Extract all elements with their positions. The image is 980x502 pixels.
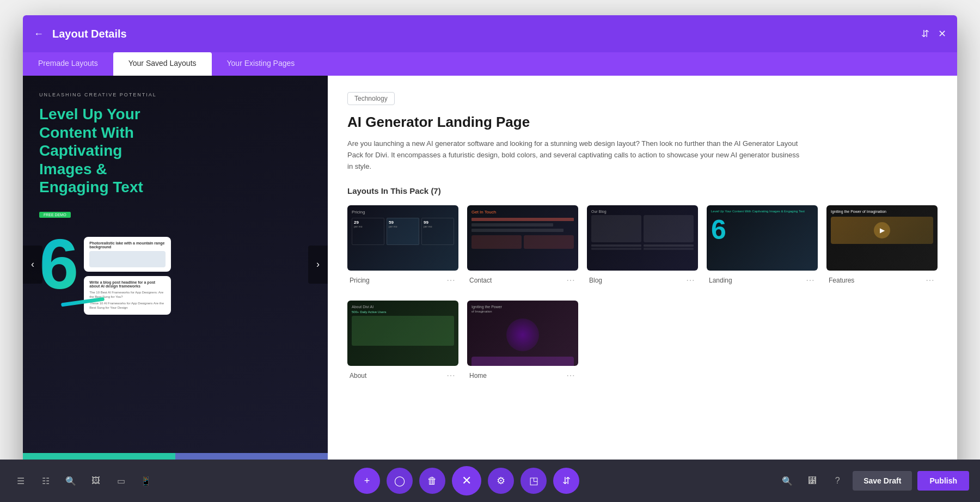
help-icon[interactable]: ?: [828, 471, 847, 491]
chat-box-image: [89, 251, 166, 267]
layout-item-contact: Get In Touch: [467, 205, 578, 290]
layout-footer-about: About ⋯: [347, 366, 458, 385]
layout-label-home: Home: [469, 372, 487, 379]
save-draft-button[interactable]: Save Draft: [853, 471, 912, 491]
layout-label-pricing: Pricing: [350, 277, 370, 284]
layout-details-modal: ← Layout Details ⇵ ✕ Premade Layouts You…: [23, 15, 957, 483]
layout-footer-contact: Contact ⋯: [467, 271, 578, 290]
preview-tag: UNLEASHING CREATIVE POTENTIAL: [39, 92, 157, 97]
content-panel: Technology AI Generator Landing Page Are…: [328, 76, 957, 483]
modal-header: ← Layout Details ⇵ ✕: [23, 15, 957, 52]
desktop-icon[interactable]: 🖼: [86, 471, 106, 491]
layout-label-landing: Landing: [709, 277, 732, 284]
preview-prev-arrow[interactable]: ‹: [23, 246, 42, 284]
preview-image: ‹ › UNLEASHING CREATIVE POTENTIAL Level …: [23, 76, 328, 453]
modal-title: Layout Details: [52, 28, 915, 40]
layout-menu-home[interactable]: ⋯: [566, 370, 576, 381]
publish-button[interactable]: Publish: [917, 471, 969, 491]
layout-item-pricing: Pricing 29 per mo 59 per mo: [347, 205, 458, 290]
layouts-grid-row2: About Divi AI 500+ Daily Active Users Ab…: [347, 301, 938, 385]
back-button[interactable]: ←: [34, 28, 44, 40]
layout-item-landing: Level Up Your Content With Captivating I…: [707, 205, 818, 290]
layout-menu-pricing[interactable]: ⋯: [446, 275, 456, 285]
layout-thumb-contact[interactable]: Get In Touch: [467, 205, 578, 271]
layouts-grid-row1: Pricing 29 per mo 59 per mo: [347, 205, 938, 290]
pack-title: AI Generator Landing Page: [347, 114, 938, 131]
close-icon[interactable]: ✕: [938, 28, 946, 40]
layout-menu-blog[interactable]: ⋯: [686, 275, 696, 285]
tab-premade-layouts[interactable]: Premade Layouts: [23, 52, 113, 76]
grid-empty-3: [826, 301, 938, 385]
modal-body: ‹ › UNLEASHING CREATIVE POTENTIAL Level …: [23, 76, 957, 483]
category-badge: Technology: [347, 92, 395, 105]
preview-body: 6 Photorealistic lake with a mountain ra…: [39, 229, 311, 315]
layouts-header: Layouts In This Pack (7): [347, 186, 938, 195]
layout-item-about: About Divi AI 500+ Daily Active Users Ab…: [347, 301, 458, 385]
layout-thumb-home[interactable]: Igniting the Power of Imagination: [467, 301, 578, 366]
add-element-button[interactable]: +: [354, 468, 380, 494]
arrange-button[interactable]: ⇵: [553, 468, 579, 494]
preview-next-arrow[interactable]: ›: [308, 246, 328, 284]
preview-big-number: 6: [39, 229, 78, 315]
zoom-icon[interactable]: 🔍: [777, 471, 797, 491]
free-demo-badge: FREE DEMO: [39, 212, 71, 218]
layout-menu-features[interactable]: ⋯: [926, 275, 935, 285]
pack-description: Are you launching a new AI generator sof…: [347, 138, 805, 172]
layout-footer-landing: Landing ⋯: [707, 271, 818, 290]
layout-label-blog: Blog: [589, 277, 602, 284]
tab-saved-layouts[interactable]: Your Saved Layouts: [113, 52, 212, 76]
toolbar-right-section: 🔍 ⹱ ? Save Draft Publish: [777, 471, 969, 491]
power-button[interactable]: ◯: [387, 468, 413, 494]
preview-content: UNLEASHING CREATIVE POTENTIAL Level Up Y…: [23, 76, 328, 453]
layout-item-features: Igniting the Power of Imagination ▶ Feat…: [826, 205, 938, 290]
layout-menu-landing[interactable]: ⋯: [806, 275, 816, 285]
mobile-icon[interactable]: 📱: [136, 471, 156, 491]
bottom-toolbar: ☰ ☷ 🔍 🖼 ▭ 📱 + ◯ 🗑 ✕ ⚙ ◳ ⇵ 🔍 ⹱ ? Save Dra…: [0, 460, 980, 502]
tabs-bar: Premade Layouts Your Saved Layouts Your …: [23, 52, 957, 76]
layout-label-features: Features: [829, 277, 854, 284]
chat-box-1: Photorealistic lake with a mountain rang…: [84, 237, 171, 272]
preview-headline: Level Up Your Content With Captivating I…: [39, 105, 170, 197]
modal-header-actions: ⇵ ✕: [921, 28, 946, 40]
preview-chat-boxes: Photorealistic lake with a mountain rang…: [84, 237, 171, 315]
grid-empty-2: [707, 301, 818, 385]
search-icon[interactable]: 🔍: [61, 471, 81, 491]
layout-thumb-blog[interactable]: Our Blog: [587, 205, 698, 271]
layout-thumb-landing[interactable]: Level Up Your Content With Captivating I…: [707, 205, 818, 271]
toolbar-center-section: + ◯ 🗑 ✕ ⚙ ◳ ⇵: [156, 466, 777, 495]
hamburger-icon[interactable]: ☰: [11, 471, 30, 491]
layout-footer-features: Features ⋯: [826, 271, 938, 290]
layout-footer-home: Home ⋯: [467, 366, 578, 385]
layout-label-about: About: [350, 372, 366, 379]
layout-thumb-pricing[interactable]: Pricing 29 per mo 59 per mo: [347, 205, 458, 271]
layout-item-home: Igniting the Power of Imagination Home ⋯: [467, 301, 578, 385]
layers-icon[interactable]: ⹱: [803, 471, 822, 491]
trash-button[interactable]: 🗑: [419, 468, 445, 494]
chat-box-2: Write a blog post headline for a post ab…: [84, 276, 171, 315]
layout-footer-blog: Blog ⋯: [587, 271, 698, 290]
layout-thumb-about[interactable]: About Divi AI 500+ Daily Active Users: [347, 301, 458, 366]
layout-thumb-features[interactable]: Igniting the Power of Imagination ▶: [826, 205, 938, 271]
sort-icon[interactable]: ⇵: [921, 28, 929, 40]
history-button[interactable]: ◳: [520, 468, 547, 494]
settings-button[interactable]: ⚙: [488, 468, 514, 494]
grid-empty-1: [587, 301, 698, 385]
layout-icon[interactable]: ☷: [36, 471, 56, 491]
layout-menu-about[interactable]: ⋯: [446, 370, 456, 381]
close-builder-button[interactable]: ✕: [452, 466, 481, 495]
layout-menu-contact[interactable]: ⋯: [566, 275, 576, 285]
tab-existing-pages[interactable]: Your Existing Pages: [212, 52, 310, 76]
toolbar-left-section: ☰ ☷ 🔍 🖼 ▭ 📱: [11, 471, 156, 491]
layout-footer-pricing: Pricing ⋯: [347, 271, 458, 290]
preview-panel: ‹ › UNLEASHING CREATIVE POTENTIAL Level …: [23, 76, 328, 483]
layout-item-blog: Our Blog: [587, 205, 698, 290]
tablet-icon[interactable]: ▭: [111, 471, 131, 491]
layout-label-contact: Contact: [469, 277, 492, 284]
